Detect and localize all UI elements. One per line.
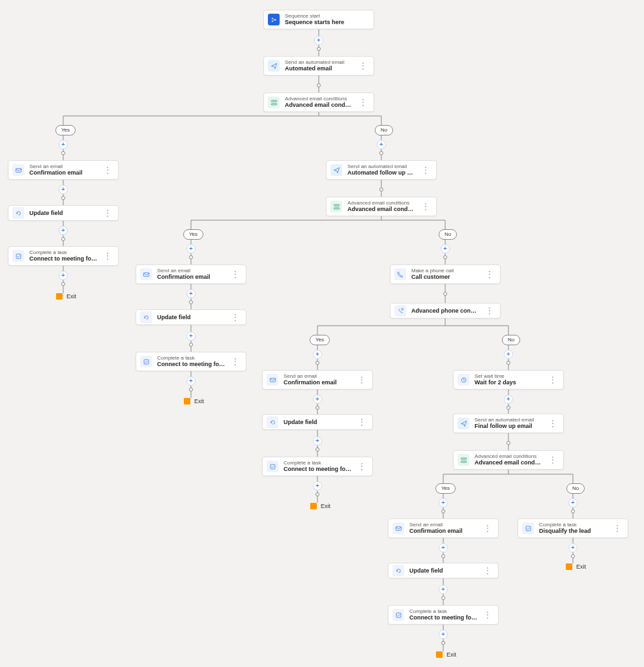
advanced-phone-condition-card[interactable]: Advanced phone condition ⋮ <box>390 303 501 319</box>
more-icon[interactable]: ⋮ <box>230 357 241 366</box>
update-field-card-3[interactable]: Update field ⋮ <box>262 414 373 430</box>
disq-sub: Complete a task <box>539 522 607 528</box>
add-step-button[interactable]: + <box>377 140 386 149</box>
more-icon[interactable]: ⋮ <box>230 313 241 322</box>
more-icon[interactable]: ⋮ <box>102 251 113 261</box>
send-icon <box>330 164 342 176</box>
cond1-sub: Advanced email conditions <box>285 96 353 102</box>
cond2-main: Advanced email conditions <box>347 206 415 212</box>
complete-task-card[interactable]: Complete a task Connect to meeting for p… <box>8 246 119 266</box>
connector-dot <box>317 47 321 51</box>
more-icon[interactable]: ⋮ <box>548 455 558 464</box>
cond3-sub: Advanced email conditions <box>475 453 542 459</box>
advanced-conditions-card-3[interactable]: Advanced email conditions Advanced email… <box>453 450 564 470</box>
yes-pill: Yes <box>435 483 456 494</box>
automated-email-card[interactable]: Send an automated email Automated email … <box>263 56 374 76</box>
add-step-button[interactable]: + <box>186 244 196 253</box>
more-icon[interactable]: ⋮ <box>102 208 113 218</box>
more-icon[interactable]: ⋮ <box>102 165 113 175</box>
no-pill: No <box>566 483 585 494</box>
send-email-card-2[interactable]: Send an email Confirmation email ⋮ <box>136 264 246 284</box>
add-step-button[interactable]: + <box>504 395 513 404</box>
wait-sub: Set wait time <box>475 373 542 379</box>
add-step-button[interactable]: + <box>439 585 448 594</box>
advanced-conditions-card-2[interactable]: Advanced email conditions Advanced email… <box>326 197 437 216</box>
mail-icon <box>140 268 152 280</box>
add-step-button[interactable]: + <box>568 543 578 552</box>
add-step-button[interactable]: + <box>568 498 578 507</box>
more-icon[interactable]: ⋮ <box>548 375 558 384</box>
more-icon[interactable]: ⋮ <box>420 202 431 211</box>
sequence-start-card[interactable]: Sequence start Sequence starts here <box>263 10 374 29</box>
add-step-button[interactable]: + <box>313 436 322 446</box>
automated-followup-card[interactable]: Send an automated email Automated follow… <box>326 160 437 180</box>
more-icon[interactable]: ⋮ <box>482 566 493 575</box>
update-field-card-4[interactable]: Update field ⋮ <box>388 563 499 578</box>
advanced-conditions-card[interactable]: Advanced email conditions Advanced email… <box>263 92 374 112</box>
complete-task-card-3[interactable]: Complete a task Connect to meeting for p… <box>262 457 373 476</box>
final-sub: Send an automated email <box>475 417 542 423</box>
add-step-button[interactable]: + <box>59 271 68 280</box>
update-icon <box>392 565 404 576</box>
send-email-card[interactable]: Send an email Confirmation email ⋮ <box>8 160 119 180</box>
task-main: Connect to meeting for product demo r... <box>29 255 97 262</box>
add-step-button[interactable]: + <box>439 630 448 639</box>
phone-sub: Make a phone call <box>411 268 479 274</box>
add-step-button[interactable]: + <box>313 395 322 404</box>
more-icon[interactable]: ⋮ <box>357 462 367 471</box>
update-field-card-2[interactable]: Update field ⋮ <box>136 309 246 325</box>
connector-dot <box>441 641 445 645</box>
complete-task-card-2[interactable]: Complete a task Connect to meeting for p… <box>136 352 246 371</box>
phone-call-card[interactable]: Make a phone call Call customer ⋮ <box>390 264 501 284</box>
task-icon <box>267 461 278 472</box>
disqualify-card[interactable]: Complete a task Disqualify the lead ⋮ <box>518 518 628 538</box>
conf-email-sub: Send an email <box>29 163 97 169</box>
svg-rect-50 <box>334 205 339 206</box>
add-step-button[interactable]: + <box>59 185 68 194</box>
add-step-button[interactable]: + <box>313 481 322 490</box>
add-step-button[interactable]: + <box>186 289 196 298</box>
more-icon[interactable]: ⋮ <box>612 524 622 533</box>
exit-marker: Exit <box>56 293 76 300</box>
add-step-button[interactable]: + <box>59 140 68 149</box>
send-icon <box>268 60 280 72</box>
mail-icon <box>392 522 404 534</box>
more-icon[interactable]: ⋮ <box>482 610 493 619</box>
more-icon[interactable]: ⋮ <box>230 270 241 279</box>
add-step-button[interactable]: + <box>313 350 322 359</box>
svg-rect-46 <box>271 100 276 102</box>
add-step-button[interactable]: + <box>504 350 513 359</box>
more-icon[interactable]: ⋮ <box>420 165 431 175</box>
complete-task-card-4[interactable]: Complete a task Connect to meeting for p… <box>388 605 499 625</box>
more-icon[interactable]: ⋮ <box>358 98 368 107</box>
send-email-card-4[interactable]: Send an email Confirmation email ⋮ <box>388 518 499 538</box>
more-icon[interactable]: ⋮ <box>482 524 493 533</box>
more-icon[interactable]: ⋮ <box>548 419 558 428</box>
add-step-button[interactable]: + <box>59 226 68 235</box>
add-step-button[interactable]: + <box>439 498 448 507</box>
svg-rect-62 <box>526 526 531 531</box>
more-icon[interactable]: ⋮ <box>484 270 495 279</box>
exit-icon <box>184 398 190 404</box>
add-step-button[interactable]: + <box>441 244 450 253</box>
more-icon[interactable]: ⋮ <box>358 61 368 70</box>
wait-card[interactable]: Set wait time Wait for 2 days ⋮ <box>453 370 564 390</box>
final-followup-card[interactable]: Send an automated email Final follow up … <box>453 414 564 433</box>
phone-main: Call customer <box>411 274 479 280</box>
disq-main: Disqualify the lead <box>539 528 607 534</box>
more-icon[interactable]: ⋮ <box>357 375 367 384</box>
update-field-card[interactable]: Update field ⋮ <box>8 205 119 221</box>
more-icon[interactable]: ⋮ <box>357 418 367 427</box>
task-icon <box>12 250 24 262</box>
task-icon <box>522 522 534 534</box>
followup-main: Automated follow up email <box>347 169 415 176</box>
add-step-button[interactable]: + <box>314 36 323 45</box>
more-icon[interactable]: ⋮ <box>484 306 495 315</box>
task-icon <box>392 609 404 621</box>
add-step-button[interactable]: + <box>186 332 196 341</box>
clock-icon <box>458 374 469 386</box>
send-email-card-3[interactable]: Send an email Confirmation email ⋮ <box>262 370 373 390</box>
add-step-button[interactable]: + <box>439 543 448 552</box>
add-step-button[interactable]: + <box>186 376 196 386</box>
connector-dot <box>441 509 445 513</box>
